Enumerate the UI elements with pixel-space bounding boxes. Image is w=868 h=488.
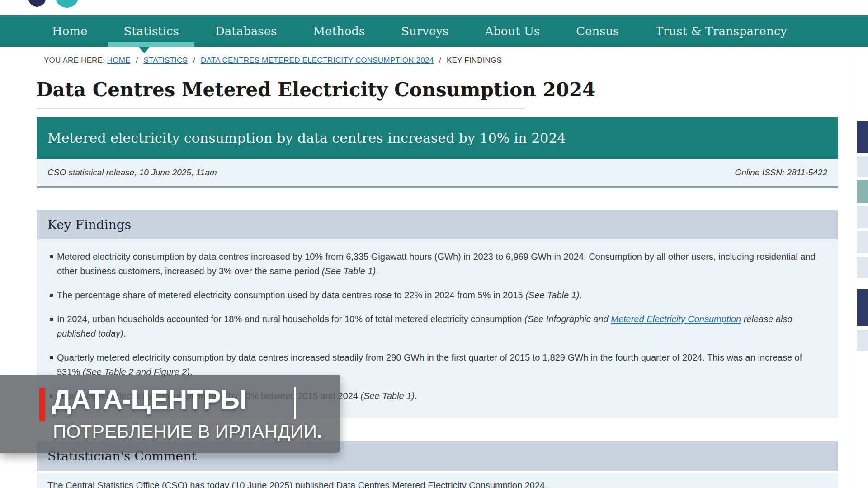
- nav-item-surveys[interactable]: Surveys: [386, 15, 464, 47]
- share-strip-button[interactable]: [857, 206, 868, 228]
- nav-item-about-us[interactable]: About Us: [469, 15, 555, 47]
- nav-item-statistics[interactable]: Statistics: [108, 15, 194, 47]
- bullet-square-icon: [50, 294, 54, 297]
- nav-item-trust-transparency[interactable]: Trust & Transparency: [640, 15, 802, 47]
- share-strip-button[interactable]: [857, 180, 868, 203]
- share-strip-button[interactable]: [857, 121, 868, 153]
- video-caption-overlay: ДАТА-ЦЕНТРЫ ПОТРЕБЛЕНИЕ В ИРЛАНДИИ.: [0, 375, 340, 453]
- list-item: Quarterly metered electricity consumptio…: [50, 350, 826, 379]
- caption-accent-bar: [39, 388, 45, 421]
- page: Home Statistics Databases Methods Survey…: [0, 0, 868, 488]
- active-tab-caret-icon: [138, 47, 150, 53]
- main-nav: Home Statistics Databases Methods Survey…: [0, 15, 868, 47]
- breadcrumb-separator: /: [439, 56, 441, 65]
- logo-oval-teal-icon: [56, 0, 78, 8]
- statistician-comment-panel: The Central Statistics Office (CSO) has …: [37, 473, 838, 488]
- breadcrumb-link-release[interactable]: DATA CENTRES METERED ELECTRICITY CONSUMP…: [201, 56, 434, 65]
- caption-subtitle: ПОТРЕБЛЕНИЕ В ИРЛАНДИИ.: [53, 421, 322, 442]
- key-findings-title: Key Findings: [47, 217, 131, 232]
- headline-banner: Metered electricity consumption by data …: [37, 117, 838, 159]
- page-title: Data Centres Metered Electricity Consump…: [36, 79, 595, 101]
- release-meta-row: CSO statistical release, 10 June 2025, 1…: [37, 159, 838, 188]
- text-cursor: [294, 387, 296, 419]
- breadcrumb-current: KEY FINDINGS: [447, 56, 502, 65]
- list-item: In 2024, urban households accounted for …: [50, 312, 826, 341]
- metered-electricity-consumption-link[interactable]: Metered Electricity Consumption: [611, 314, 741, 324]
- title-divider: [37, 108, 525, 109]
- nav-item-home[interactable]: Home: [37, 15, 103, 47]
- breadcrumb-link-statistics[interactable]: STATISTICS: [143, 56, 188, 65]
- nav-item-databases[interactable]: Databases: [200, 15, 292, 47]
- breadcrumb-separator: /: [136, 56, 138, 65]
- headline-text: Metered electricity consumption by data …: [47, 130, 566, 146]
- breadcrumb-link-home[interactable]: HOME: [107, 56, 131, 65]
- nav-item-methods[interactable]: Methods: [297, 15, 380, 47]
- bullet-square-icon: [50, 318, 54, 321]
- breadcrumb-prefix: YOU ARE HERE:: [44, 56, 105, 65]
- key-findings-header: Key Findings: [37, 210, 838, 239]
- share-strip-button[interactable]: [857, 231, 868, 253]
- content-edge-line: [852, 51, 852, 488]
- release-info: CSO statistical release, 10 June 2025, 1…: [47, 168, 217, 178]
- list-item: The percentage share of metered electric…: [50, 288, 826, 302]
- caption-title: ДАТА-ЦЕНТРЫ: [52, 384, 247, 415]
- share-strip-button[interactable]: [857, 257, 868, 278]
- bullet-square-icon: [50, 255, 54, 259]
- list-item: Metered electricity consumption by data …: [50, 249, 826, 278]
- breadcrumb: YOU ARE HERE: HOME / STATISTICS / DATA C…: [44, 56, 502, 65]
- share-strip-button[interactable]: [857, 156, 868, 177]
- logo-oval-navy-icon: [28, 0, 46, 7]
- share-strip-button[interactable]: [857, 289, 868, 326]
- bullet-square-icon: [50, 356, 54, 360]
- issn: Online ISSN: 2811-5422: [735, 168, 827, 178]
- breadcrumb-separator: /: [193, 56, 195, 65]
- statistician-comment-body: The Central Statistics Office (CSO) has …: [37, 473, 838, 488]
- share-strip-button[interactable]: [857, 330, 868, 351]
- nav-item-census[interactable]: Census: [561, 15, 634, 47]
